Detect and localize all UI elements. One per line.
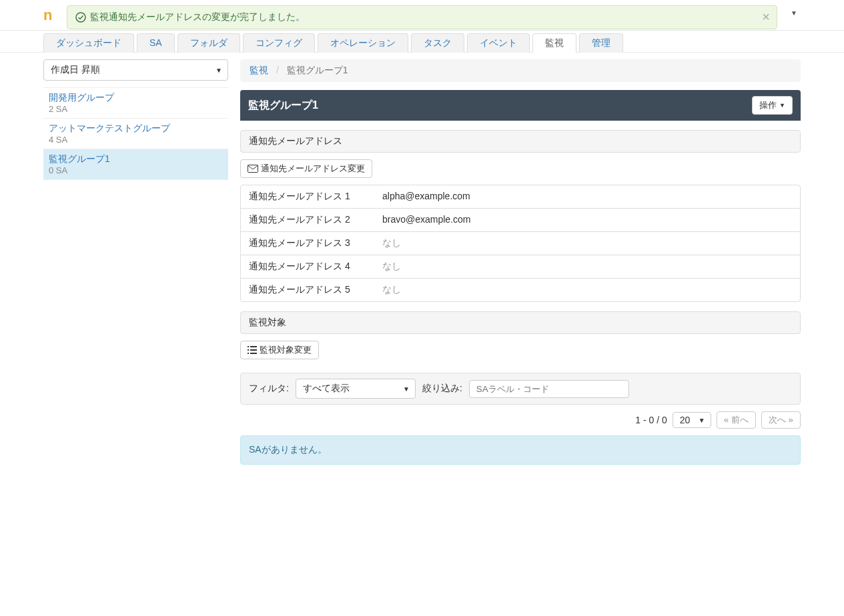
svg-point-0 bbox=[76, 13, 85, 22]
change-target-label: 監視対象変更 bbox=[260, 344, 312, 356]
tab-task[interactable]: タスク bbox=[411, 33, 464, 53]
page-size-value: 20 bbox=[680, 415, 691, 425]
change-email-label: 通知先メールアドレス変更 bbox=[261, 163, 365, 175]
table-row: 通知先メールアドレス 4 なし bbox=[241, 255, 800, 279]
action-menu-button[interactable]: 操作 ▼ bbox=[752, 96, 793, 115]
page-title: 監視グループ1 bbox=[248, 99, 318, 113]
group-name: 監視グループ1 bbox=[49, 153, 223, 165]
search-input[interactable] bbox=[469, 380, 629, 398]
svg-rect-6 bbox=[248, 353, 249, 354]
svg-rect-7 bbox=[250, 353, 257, 354]
svg-rect-4 bbox=[248, 349, 249, 351]
filter-select-value: すべて表示 bbox=[303, 383, 350, 393]
empty-state: SAがありません。 bbox=[240, 435, 801, 465]
close-icon[interactable]: × bbox=[762, 10, 770, 23]
filter-label: フィルタ: bbox=[249, 383, 289, 395]
section-title-email: 通知先メールアドレス bbox=[240, 130, 801, 153]
group-item[interactable]: 監視グループ1 0 SA bbox=[43, 149, 228, 180]
group-count: 0 SA bbox=[49, 165, 223, 175]
logo: n bbox=[43, 7, 52, 24]
tab-config[interactable]: コンフィグ bbox=[243, 33, 315, 53]
chevron-down-icon: ▼ bbox=[403, 385, 410, 393]
chevron-down-icon: ▼ bbox=[779, 102, 785, 109]
row-label: 通知先メールアドレス 1 bbox=[241, 185, 374, 208]
tab-operation[interactable]: オペレーション bbox=[318, 33, 408, 53]
page-size-select[interactable]: 20 ▼ bbox=[673, 412, 711, 428]
pager: 1 - 0 / 0 20 ▼ « 前へ 次へ » bbox=[240, 405, 801, 435]
group-name: 開発用グループ bbox=[49, 92, 223, 104]
sort-select-value: 作成日 昇順 bbox=[51, 64, 100, 75]
row-value: bravo@example.com bbox=[374, 209, 800, 231]
envelope-icon bbox=[248, 165, 258, 173]
row-value: なし bbox=[374, 279, 800, 301]
chevron-down-icon: ▼ bbox=[216, 67, 222, 74]
breadcrumb-separator: / bbox=[271, 65, 284, 75]
svg-rect-5 bbox=[250, 349, 257, 351]
change-email-button[interactable]: 通知先メールアドレス変更 bbox=[240, 159, 372, 178]
row-label: 通知先メールアドレス 5 bbox=[241, 279, 374, 301]
action-menu-label: 操作 bbox=[759, 99, 777, 111]
panel-header: 監視グループ1 操作 ▼ bbox=[240, 90, 801, 121]
sort-select[interactable]: 作成日 昇順 ▼ bbox=[43, 59, 228, 81]
section-title-target: 監視対象 bbox=[240, 311, 801, 334]
user-menu-caret[interactable]: ▼ bbox=[791, 9, 797, 17]
table-row: 通知先メールアドレス 3 なし bbox=[241, 232, 800, 255]
row-label: 通知先メールアドレス 2 bbox=[241, 209, 374, 231]
tab-sa[interactable]: SA bbox=[137, 33, 175, 53]
tab-event[interactable]: イベント bbox=[467, 33, 530, 53]
row-value: なし bbox=[374, 232, 800, 255]
group-name: アットマークテストグループ bbox=[49, 123, 223, 135]
prev-button[interactable]: « 前へ bbox=[717, 411, 756, 429]
change-target-button[interactable]: 監視対象変更 bbox=[240, 341, 319, 359]
row-value: なし bbox=[374, 255, 800, 278]
group-list: 開発用グループ 2 SA アットマークテストグループ 4 SA 監視グループ1 … bbox=[43, 87, 228, 180]
tab-admin[interactable]: 管理 bbox=[579, 33, 623, 53]
alert-text: 監視通知先メールアドレスの変更が完了しました。 bbox=[90, 11, 305, 23]
list-icon bbox=[248, 346, 257, 354]
email-table: 通知先メールアドレス 1 alpha@example.com 通知先メールアドレ… bbox=[240, 185, 801, 302]
breadcrumb-current: 監視グループ1 bbox=[287, 65, 348, 75]
narrow-label: 絞り込み: bbox=[422, 383, 462, 395]
svg-rect-2 bbox=[248, 346, 249, 347]
group-item[interactable]: アットマークテストグループ 4 SA bbox=[43, 119, 228, 149]
row-label: 通知先メールアドレス 3 bbox=[241, 232, 374, 255]
row-label: 通知先メールアドレス 4 bbox=[241, 255, 374, 278]
table-row: 通知先メールアドレス 5 なし bbox=[241, 279, 800, 301]
group-item[interactable]: 開発用グループ 2 SA bbox=[43, 88, 228, 119]
group-count: 2 SA bbox=[49, 104, 223, 114]
pager-range: 1 - 0 / 0 bbox=[635, 415, 667, 425]
row-value: alpha@example.com bbox=[374, 185, 800, 208]
success-alert: 監視通知先メールアドレスの変更が完了しました。 × bbox=[67, 5, 777, 29]
svg-rect-3 bbox=[250, 346, 257, 347]
next-button[interactable]: 次へ » bbox=[761, 411, 801, 429]
tab-dashboard[interactable]: ダッシュボード bbox=[43, 33, 134, 53]
filter-select[interactable]: すべて表示 ▼ bbox=[296, 379, 416, 399]
filter-bar: フィルタ: すべて表示 ▼ 絞り込み: bbox=[240, 373, 801, 405]
tab-folder[interactable]: フォルダ bbox=[177, 33, 240, 53]
svg-rect-1 bbox=[248, 165, 258, 173]
tab-monitor[interactable]: 監視 bbox=[532, 33, 576, 53]
nav-tabs: ダッシュボード SA フォルダ コンフィグ オペレーション タスク イベント 監… bbox=[43, 31, 801, 53]
group-count: 4 SA bbox=[49, 135, 223, 145]
chevron-down-icon: ▼ bbox=[699, 417, 705, 424]
breadcrumb: 監視 / 監視グループ1 bbox=[240, 59, 801, 82]
table-row: 通知先メールアドレス 2 bravo@example.com bbox=[241, 209, 800, 232]
check-circle-icon bbox=[75, 12, 86, 23]
breadcrumb-root[interactable]: 監視 bbox=[250, 65, 268, 75]
table-row: 通知先メールアドレス 1 alpha@example.com bbox=[241, 185, 800, 209]
